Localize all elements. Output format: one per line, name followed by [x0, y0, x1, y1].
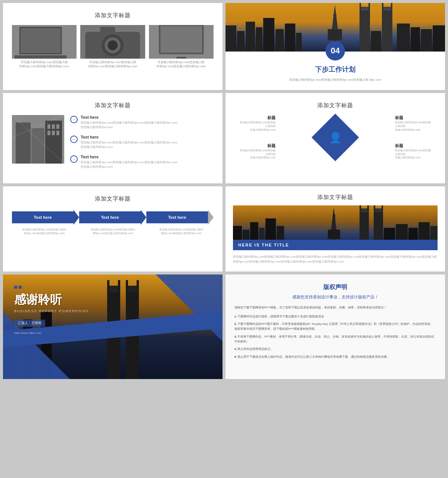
svg-rect-2 — [21, 28, 61, 53]
label-br-desc: 双击输入框内容5pc.com您在输入框内容在输入框内容5pc.com — [395, 149, 432, 159]
svg-rect-48 — [56, 131, 59, 135]
diamond-center: 👤 1 2 3 4 — [313, 115, 358, 160]
slide-1-title: 添加文字标题 — [12, 12, 214, 19]
caption-2: 双击输入框内容5pc.com您在输入框内容5pc.com您在输入框内容5pc.c… — [80, 228, 145, 236]
svg-rect-17 — [246, 22, 255, 52]
left-labels: 标题 双击输入框内容5pc.com您在输入框内容在输入框内容5pc.com 标题… — [238, 115, 276, 159]
label-bottom-right: 标题 双击输入框内容5pc.com您在输入框内容在输入框内容5pc.com — [395, 143, 432, 159]
svg-rect-12 — [160, 26, 202, 53]
person-icon: 👤 — [329, 131, 342, 143]
label-tr-title: 标题 — [395, 115, 432, 121]
list-item-2-desc: 双击输入框内容5pc.com您在输入框内容5pc.com您在输入框内容5pc.c… — [81, 140, 177, 149]
list-item-3-desc: 双击输入框内容5pc.com您在输入框内容5pc.com您在输入框内容5pc.c… — [81, 160, 177, 169]
label-tl-title: 标题 — [238, 115, 276, 121]
copyright-item-1: 1. 千图网对作品进行授权，授预用书下载次数的十倍进行索取赔偿金 — [234, 314, 436, 319]
item-num-2: 2. — [234, 322, 237, 326]
svg-rect-19 — [263, 18, 274, 52]
svg-rect-28 — [382, 7, 392, 10]
list-item-1-title: Text here — [81, 115, 177, 120]
slide6-desc: 双击输入框内容5pc.com您在输入框内容5pc.com您在输入框内容5pc.c… — [233, 255, 438, 264]
copyright-item-2: 2. 下载千图网作品的PPT图片素材，均享受免版税版权(RF: Royalty-… — [234, 322, 436, 332]
thankyou-content: 感谢聆听 BUSINESS REPORT POWERPOINT 汇报人：王明明 … — [3, 274, 223, 342]
svg-rect-22 — [296, 33, 302, 52]
timeline-captions: 双击输入框内容5pc.com您在输入框内容5pc.com您在输入框内容5pc.c… — [12, 228, 214, 236]
label-bl-desc: 双击输入框内容5pc.com您在输入框内容在输入框内容5pc.com — [238, 149, 276, 159]
svg-rect-65 — [382, 205, 383, 211]
arrow-icon-3 — [70, 155, 78, 163]
diamond-num-1: 1 — [334, 117, 336, 120]
caption-3: 双击输入框内容5pc.com您在输入框内容5pc.com您在输入框内容5pc.c… — [149, 228, 214, 236]
svg-rect-29 — [382, 3, 383, 10]
svg-rect-31 — [371, 31, 381, 52]
website-link: http://www.5tpic.com — [14, 331, 211, 335]
list-item-1-desc: 双击输入框内容5pc.com您在输入框内容5pc.com您在输入框内容5pc.c… — [81, 121, 177, 130]
svg-rect-26 — [368, 3, 370, 10]
arrow-icon-1 — [70, 116, 78, 123]
list-item-2: Text here 双击输入框内容5pc.com您在输入框内容5pc.com您在… — [70, 135, 214, 149]
svg-rect-9 — [100, 27, 115, 33]
item-num-1: 1. — [234, 315, 237, 318]
svg-rect-60 — [360, 205, 361, 211]
label-tl-desc: 双击输入框内容5pc.com您在输入框内容在输入框内容5pc.com — [238, 121, 276, 131]
images-row: 可在输入框内容5pc.com您在输入框内容5pc.com您在输入框内容5pc.c… — [12, 25, 214, 68]
item-num-4: 4. — [234, 347, 237, 351]
slide-3: 添加文字标题 — [3, 93, 223, 183]
svg-rect-25 — [360, 3, 361, 10]
svg-rect-18 — [256, 27, 262, 52]
svg-point-8 — [108, 40, 118, 50]
right-labels: 标题 双击输入框内容5pc.com您在输入框内容在输入框内容5pc.com 标题… — [395, 115, 432, 159]
svg-rect-36 — [411, 27, 420, 52]
thankyou-title: 感谢聆听 — [14, 293, 211, 306]
svg-rect-3 — [15, 55, 67, 59]
diamond-layout: 标题 双击输入框内容5pc.com您在输入框内容在输入框内容5pc.com 标题… — [234, 115, 436, 160]
item-num-5: 5. — [234, 355, 237, 358]
slide4-title: 添加文字标题 — [234, 102, 436, 109]
slide-5: 添加文字标题 Text here Text here Text here 双击输… — [3, 186, 223, 272]
copyright-item-5: 5. 禁止用于下载依法在网上操作作品，被者作品可以让第三方单独付费或共享免费下载… — [234, 355, 436, 360]
diamond-num-2: 2 — [356, 136, 358, 139]
diamond-num-3: 3 — [334, 155, 336, 158]
svg-rect-37 — [421, 29, 432, 52]
slide-8: 版权声明 感谢您支持原创设计事业，支持设计版权产品！ 感谢您下载千图网原创PPT… — [225, 274, 445, 379]
slide2-desc: 双击输入框内容5pc.com您在输入框内容5pc.com您在输入框 5lpc.c… — [234, 78, 436, 83]
slide5-title: 添加文字标题 — [12, 195, 214, 202]
timeline-btn-2: Text here — [79, 211, 141, 223]
svg-rect-38 — [433, 25, 445, 52]
svg-rect-16 — [237, 31, 245, 52]
label-br-title: 标题 — [395, 143, 432, 149]
svg-rect-46 — [47, 131, 50, 135]
svg-rect-44 — [52, 124, 55, 129]
slide2-main-title: 下步工作计划 — [234, 65, 436, 74]
svg-rect-13 — [176, 57, 186, 59]
diamond-num-4: 4 — [313, 136, 315, 139]
caption-1: 双击输入框内容5pc.com您在输入框内容5pc.com您在输入框内容5pc.c… — [12, 228, 77, 236]
camera-image — [80, 25, 145, 59]
svg-rect-61 — [367, 205, 369, 211]
svg-rect-23 — [360, 7, 370, 52]
list-item-3: Text here 双击输入框内容5pc.com您在输入框内容5pc.com您在… — [70, 155, 214, 169]
dots-decoration — [14, 286, 211, 289]
svg-rect-40 — [16, 122, 31, 164]
city-image-top: 04 — [225, 3, 445, 52]
timeline-btn-1: Text here — [12, 211, 74, 223]
item-num-3: 3. — [234, 335, 237, 338]
list-item-1: Text here 双击输入框内容5pc.com您在输入框内容5pc.com您在… — [70, 115, 214, 130]
label-bl-title: 标题 — [238, 143, 276, 149]
city-title-overlay: HERE IS THE TITLE — [233, 240, 438, 250]
label-top-left: 标题 双击输入框内容5pc.com您在输入框内容在输入框内容5pc.com — [238, 115, 276, 131]
list-item-3-title: Text here — [81, 155, 177, 159]
copyright-subtitle: 感谢您支持原创设计事业，支持设计版权产品！ — [234, 294, 436, 300]
svg-rect-43 — [47, 124, 50, 129]
text-list: Text here 双击输入框内容5pc.com您在输入框内容5pc.com您在… — [70, 115, 214, 174]
copyright-item-3: 3. 不得将千图网作品、PPT素材，单用于再出售，赠者出租，出信、转让、分销、发… — [234, 335, 436, 344]
presenter-label: 汇报人：王明明 — [14, 320, 45, 327]
city-image-2: HERE IS THE TITLE — [233, 205, 438, 250]
slide-number: 04 — [326, 41, 345, 60]
svg-rect-20 — [276, 29, 284, 52]
copyright-title: 版权声明 — [234, 283, 436, 291]
svg-rect-47 — [52, 131, 55, 135]
copyright-item-4: 4. 禁止把作品销售商品标记。 — [234, 347, 436, 352]
copyright-intro: 感谢您下载千图网原创PPT模板，为了您和千图以及原创者的利益，请勿复制、传播、销… — [234, 305, 436, 310]
svg-rect-30 — [391, 3, 392, 10]
svg-rect-72 — [328, 230, 340, 239]
